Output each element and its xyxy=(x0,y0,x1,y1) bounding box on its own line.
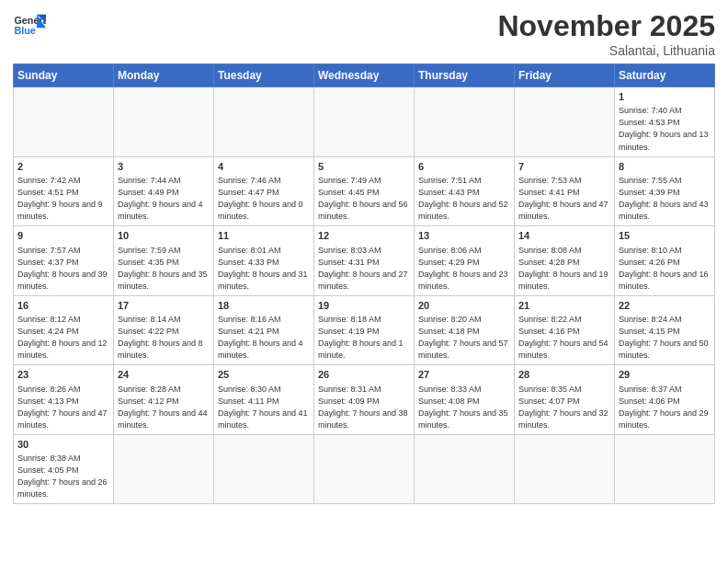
day-number: 11 xyxy=(218,229,310,243)
calendar-day xyxy=(314,87,415,157)
page-container: General Blue November 2025 Salantai, Lit… xyxy=(0,0,728,513)
day-info: Sunrise: 7:40 AM Sunset: 4:53 PM Dayligh… xyxy=(619,105,711,153)
day-info: Sunrise: 8:31 AM Sunset: 4:09 PM Dayligh… xyxy=(318,384,410,431)
day-info: Sunrise: 8:14 AM Sunset: 4:22 PM Dayligh… xyxy=(118,314,210,362)
day-number: 4 xyxy=(218,160,310,174)
day-info: Sunrise: 7:46 AM Sunset: 4:47 PM Dayligh… xyxy=(218,175,310,223)
weekday-header-thursday: Thursday xyxy=(415,64,515,87)
calendar-day xyxy=(615,434,715,504)
day-number: 15 xyxy=(619,229,711,243)
day-number: 21 xyxy=(518,299,610,313)
day-number: 16 xyxy=(17,299,109,313)
calendar-day: 20Sunrise: 8:20 AM Sunset: 4:18 PM Dayli… xyxy=(415,295,515,365)
calendar-table: SundayMondayTuesdayWednesdayThursdayFrid… xyxy=(13,63,715,504)
day-number: 20 xyxy=(418,299,510,313)
calendar-day: 1Sunrise: 7:40 AM Sunset: 4:53 PM Daylig… xyxy=(615,87,715,157)
calendar-day: 25Sunrise: 8:30 AM Sunset: 4:11 PM Dayli… xyxy=(214,365,314,435)
day-info: Sunrise: 8:12 AM Sunset: 4:24 PM Dayligh… xyxy=(17,314,109,362)
header: General Blue November 2025 Salantai, Lit… xyxy=(13,9,715,58)
day-number: 29 xyxy=(619,368,711,382)
logo-icon: General Blue xyxy=(13,9,46,42)
day-info: Sunrise: 8:28 AM Sunset: 4:12 PM Dayligh… xyxy=(118,384,210,431)
day-info: Sunrise: 8:03 AM Sunset: 4:31 PM Dayligh… xyxy=(318,245,410,293)
calendar-day: 15Sunrise: 8:10 AM Sunset: 4:26 PM Dayli… xyxy=(615,226,715,296)
day-number: 14 xyxy=(518,229,610,243)
calendar-day xyxy=(214,87,314,157)
calendar-day xyxy=(114,87,214,157)
weekday-header-saturday: Saturday xyxy=(615,64,715,87)
calendar-day: 2Sunrise: 7:42 AM Sunset: 4:51 PM Daylig… xyxy=(14,156,114,226)
calendar-week-6: 30Sunrise: 8:38 AM Sunset: 4:05 PM Dayli… xyxy=(14,434,715,504)
day-info: Sunrise: 8:22 AM Sunset: 4:16 PM Dayligh… xyxy=(518,314,610,362)
day-info: Sunrise: 7:49 AM Sunset: 4:45 PM Dayligh… xyxy=(318,175,410,223)
calendar-day xyxy=(515,87,615,157)
calendar-day xyxy=(515,434,615,504)
calendar-day: 13Sunrise: 8:06 AM Sunset: 4:29 PM Dayli… xyxy=(415,226,515,296)
calendar-day: 26Sunrise: 8:31 AM Sunset: 4:09 PM Dayli… xyxy=(314,365,415,435)
day-number: 9 xyxy=(17,229,109,243)
calendar-day xyxy=(314,434,415,504)
day-number: 30 xyxy=(17,438,109,452)
day-info: Sunrise: 8:10 AM Sunset: 4:26 PM Dayligh… xyxy=(619,245,711,293)
calendar-day: 29Sunrise: 8:37 AM Sunset: 4:06 PM Dayli… xyxy=(615,365,715,435)
calendar-day: 10Sunrise: 7:59 AM Sunset: 4:35 PM Dayli… xyxy=(114,226,214,296)
day-number: 22 xyxy=(619,299,711,313)
weekday-header-tuesday: Tuesday xyxy=(214,64,314,87)
calendar-day: 30Sunrise: 8:38 AM Sunset: 4:05 PM Dayli… xyxy=(14,434,114,504)
day-info: Sunrise: 8:30 AM Sunset: 4:11 PM Dayligh… xyxy=(218,384,310,431)
day-number: 17 xyxy=(118,299,210,313)
calendar-day: 6Sunrise: 7:51 AM Sunset: 4:43 PM Daylig… xyxy=(415,156,515,226)
calendar-day: 19Sunrise: 8:18 AM Sunset: 4:19 PM Dayli… xyxy=(314,295,415,365)
day-number: 28 xyxy=(518,368,610,382)
day-number: 2 xyxy=(17,160,109,174)
day-info: Sunrise: 8:01 AM Sunset: 4:33 PM Dayligh… xyxy=(218,245,310,293)
day-info: Sunrise: 7:53 AM Sunset: 4:41 PM Dayligh… xyxy=(518,175,610,223)
calendar-day: 7Sunrise: 7:53 AM Sunset: 4:41 PM Daylig… xyxy=(515,156,615,226)
calendar-day xyxy=(214,434,314,504)
day-info: Sunrise: 8:08 AM Sunset: 4:28 PM Dayligh… xyxy=(518,245,610,293)
day-number: 12 xyxy=(318,229,410,243)
calendar-day: 22Sunrise: 8:24 AM Sunset: 4:15 PM Dayli… xyxy=(615,295,715,365)
day-info: Sunrise: 7:57 AM Sunset: 4:37 PM Dayligh… xyxy=(17,245,109,293)
calendar-day: 8Sunrise: 7:55 AM Sunset: 4:39 PM Daylig… xyxy=(615,156,715,226)
day-number: 19 xyxy=(318,299,410,313)
day-info: Sunrise: 8:26 AM Sunset: 4:13 PM Dayligh… xyxy=(17,384,109,431)
day-info: Sunrise: 8:24 AM Sunset: 4:15 PM Dayligh… xyxy=(619,314,711,362)
day-number: 23 xyxy=(17,368,109,382)
day-number: 18 xyxy=(218,299,310,313)
weekday-header-friday: Friday xyxy=(515,64,615,87)
day-number: 13 xyxy=(418,229,510,243)
day-info: Sunrise: 7:59 AM Sunset: 4:35 PM Dayligh… xyxy=(118,245,210,293)
day-number: 1 xyxy=(619,90,711,104)
calendar-day: 16Sunrise: 8:12 AM Sunset: 4:24 PM Dayli… xyxy=(14,295,114,365)
weekday-header-wednesday: Wednesday xyxy=(314,64,415,87)
day-info: Sunrise: 8:06 AM Sunset: 4:29 PM Dayligh… xyxy=(418,245,510,293)
calendar-day: 21Sunrise: 8:22 AM Sunset: 4:16 PM Dayli… xyxy=(515,295,615,365)
svg-text:Blue: Blue xyxy=(14,25,35,36)
day-info: Sunrise: 8:16 AM Sunset: 4:21 PM Dayligh… xyxy=(218,314,310,362)
calendar-day: 3Sunrise: 7:44 AM Sunset: 4:49 PM Daylig… xyxy=(114,156,214,226)
day-info: Sunrise: 7:42 AM Sunset: 4:51 PM Dayligh… xyxy=(17,175,109,223)
day-number: 6 xyxy=(418,160,510,174)
title-block: November 2025 Salantai, Lithuania xyxy=(497,9,715,58)
day-info: Sunrise: 7:51 AM Sunset: 4:43 PM Dayligh… xyxy=(418,175,510,223)
calendar-day: 14Sunrise: 8:08 AM Sunset: 4:28 PM Dayli… xyxy=(515,226,615,296)
calendar-day: 12Sunrise: 8:03 AM Sunset: 4:31 PM Dayli… xyxy=(314,226,415,296)
calendar-week-4: 16Sunrise: 8:12 AM Sunset: 4:24 PM Dayli… xyxy=(14,295,715,365)
calendar-week-2: 2Sunrise: 7:42 AM Sunset: 4:51 PM Daylig… xyxy=(14,156,715,226)
calendar-day: 5Sunrise: 7:49 AM Sunset: 4:45 PM Daylig… xyxy=(314,156,415,226)
day-info: Sunrise: 7:44 AM Sunset: 4:49 PM Dayligh… xyxy=(118,175,210,223)
day-number: 8 xyxy=(619,160,711,174)
month-title: November 2025 xyxy=(497,9,715,43)
day-info: Sunrise: 8:18 AM Sunset: 4:19 PM Dayligh… xyxy=(318,314,410,362)
calendar-day xyxy=(415,434,515,504)
calendar-week-3: 9Sunrise: 7:57 AM Sunset: 4:37 PM Daylig… xyxy=(14,226,715,296)
day-info: Sunrise: 8:35 AM Sunset: 4:07 PM Dayligh… xyxy=(518,384,610,431)
calendar-day: 4Sunrise: 7:46 AM Sunset: 4:47 PM Daylig… xyxy=(214,156,314,226)
calendar-day: 18Sunrise: 8:16 AM Sunset: 4:21 PM Dayli… xyxy=(214,295,314,365)
calendar-day: 11Sunrise: 8:01 AM Sunset: 4:33 PM Dayli… xyxy=(214,226,314,296)
day-number: 10 xyxy=(118,229,210,243)
day-number: 25 xyxy=(218,368,310,382)
day-info: Sunrise: 8:33 AM Sunset: 4:08 PM Dayligh… xyxy=(418,384,510,431)
day-number: 5 xyxy=(318,160,410,174)
